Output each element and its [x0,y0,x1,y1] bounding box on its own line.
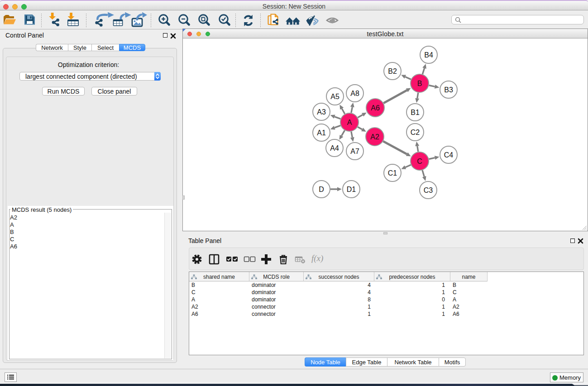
svg-text:A: A [347,119,352,126]
svg-text:A4: A4 [330,144,339,152]
svg-text:C3: C3 [424,186,433,194]
svg-text:A6: A6 [371,104,380,112]
svg-text:D1: D1 [347,186,356,193]
svg-text:B: B [417,80,422,87]
svg-text:B1: B1 [411,109,420,116]
svg-text:C1: C1 [388,169,397,177]
svg-text:D: D [319,186,324,193]
svg-text:A1: A1 [317,129,326,137]
svg-text:B3: B3 [444,86,453,94]
svg-text:B2: B2 [388,67,397,75]
svg-text:C: C [417,157,422,165]
svg-text:C4: C4 [444,151,454,159]
svg-text:C2: C2 [411,129,420,136]
svg-text:B4: B4 [424,51,433,59]
svg-text:A2: A2 [370,133,379,141]
svg-text:A3: A3 [317,108,326,116]
svg-text:A8: A8 [350,90,359,97]
svg-text:A7: A7 [350,148,359,155]
svg-text:A5: A5 [330,93,339,100]
